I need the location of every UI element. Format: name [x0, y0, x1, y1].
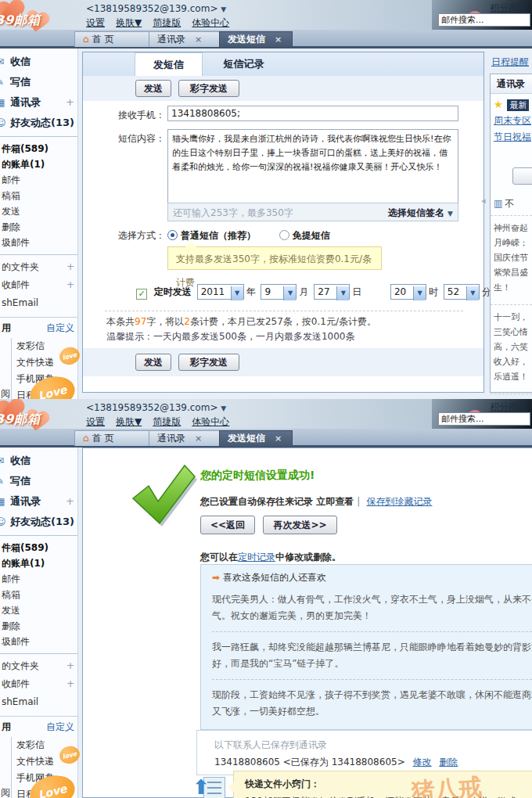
sidebar-nav-item[interactable]: ✎写信: [0, 72, 77, 92]
sidebar-folder-item[interactable]: 邮件: [2, 172, 77, 188]
sidebar-folder-item[interactable]: 件箱(589): [2, 540, 77, 555]
collapse-panel-arrow[interactable]: ◂: [481, 196, 486, 206]
sidebar-extra-item[interactable]: 的文件夹+: [2, 258, 77, 276]
modify-link[interactable]: 修改: [413, 757, 432, 767]
radio-normal-sms[interactable]: 普通短信（推荐）: [167, 230, 256, 241]
sidebar-folder-item[interactable]: 稿箱: [2, 587, 77, 602]
sidebar-nav-item[interactable]: ☺好友动态(13): [0, 113, 77, 133]
sidebar-item-icon: ▦: [0, 491, 7, 512]
header-nav-link[interactable]: 体验中心: [192, 17, 229, 28]
schedule-checkbox[interactable]: ✓: [136, 289, 147, 300]
sidebar-nav-item[interactable]: ▦通讯录+: [0, 92, 77, 113]
sidebar-folder-item[interactable]: 圾邮件: [2, 235, 77, 250]
sidebar-folder-item[interactable]: 删除: [2, 219, 77, 235]
signature-select-link[interactable]: 选择短信签名 ▼: [388, 203, 453, 223]
header-nav-link[interactable]: 换肤▼: [116, 416, 142, 427]
tab-contacts[interactable]: 通讯录×: [149, 430, 222, 446]
phone-input[interactable]: [167, 106, 458, 121]
send-button-bottom[interactable]: 发送: [135, 354, 171, 371]
saved-contact-box: 以下联系人已保存到通讯录 13418808605 <已保存为 134188086…: [196, 730, 532, 775]
header-nav-link[interactable]: 设置: [86, 17, 105, 28]
color-send-button[interactable]: 彩字发送: [178, 80, 239, 97]
mail-search-input[interactable]: [438, 13, 530, 27]
save-to-favorites-link[interactable]: 保存到珍藏记录: [366, 496, 432, 507]
subtab-send-sms[interactable]: 发短信: [135, 52, 203, 76]
sms-content-textarea[interactable]: 猫头鹰你好，我是来自浙江杭州的诗诗，我代表你啊珠祝您生日快乐!在你的生日这个特别…: [167, 129, 458, 203]
tab-contacts[interactable]: 通讯录×: [149, 31, 222, 47]
header-nav-link[interactable]: 设置: [86, 416, 105, 427]
send-button[interactable]: 发送: [135, 80, 171, 97]
plus-icon[interactable]: +: [66, 675, 74, 693]
close-icon[interactable]: ×: [275, 433, 282, 444]
header-nav-link[interactable]: 体验中心: [192, 416, 229, 427]
sidebar-extra-label: shEmail: [2, 696, 38, 707]
sidebar-nav-item[interactable]: ✉收信: [0, 451, 77, 471]
month-select[interactable]: 9▼: [261, 284, 297, 300]
header-nav-link[interactable]: 简捷版: [153, 17, 181, 28]
sidebar-extra-item[interactable]: 收邮件+: [2, 675, 77, 693]
filter-toggle[interactable]: ▥不: [494, 197, 532, 210]
sidebar-item-label: 写信: [10, 76, 31, 88]
sidebar-extra-item[interactable]: shEmail: [2, 294, 77, 312]
resend-button[interactable]: 再次发送>>: [263, 516, 337, 534]
back-button[interactable]: <<返回: [200, 516, 255, 534]
account-dropdown[interactable]: <13819589352@139.com> ▼: [86, 3, 226, 14]
view-now-link[interactable]: 立即查看: [316, 496, 354, 507]
sidebar-nav-item[interactable]: ✎写信: [0, 471, 77, 491]
plus-icon[interactable]: +: [66, 491, 74, 512]
sidebar-folder-item[interactable]: 件箱(589): [2, 141, 77, 156]
day-select[interactable]: 27▼: [314, 284, 350, 300]
greeting-panel: 日程提醒 通讯录 ★ 最新 周末专区 节日祝福 ▥不 神州奋起 月峥嵘； 国庆佳…: [487, 55, 532, 395]
minute-select[interactable]: 52▼: [444, 284, 480, 300]
divider: [105, 311, 463, 311]
sidebar-folder-item[interactable]: 邮件: [2, 571, 77, 587]
close-icon[interactable]: ×: [275, 34, 282, 45]
plus-icon[interactable]: +: [66, 657, 74, 675]
sidebar-folder-item[interactable]: 圾邮件: [2, 634, 77, 649]
sidebar-folder-item[interactable]: 的账单(1): [2, 156, 77, 172]
close-icon[interactable]: ×: [195, 433, 202, 444]
sidebar-extra: 的文件夹+收邮件+shEmail: [0, 654, 77, 713]
sidebar-extra-item[interactable]: 收邮件+: [2, 276, 77, 294]
sidebar-folder-item[interactable]: 发送: [2, 203, 77, 219]
tab-home[interactable]: ⌂首 页: [74, 31, 153, 47]
tab-send-sms[interactable]: 发送短信×: [219, 430, 293, 446]
chevron-down-icon: ▼: [413, 286, 426, 300]
sidebar-folder-item[interactable]: 的账单(1): [2, 555, 77, 571]
year-select[interactable]: 2011▼: [197, 284, 244, 300]
customize-link[interactable]: 自定义: [46, 322, 74, 335]
hour-select[interactable]: 20▼: [390, 284, 426, 300]
customize-link[interactable]: 自定义: [46, 721, 74, 734]
tab-send-sms[interactable]: 发送短信×: [219, 31, 293, 47]
delete-link[interactable]: 删除: [439, 757, 458, 767]
schedule-reminder-link[interactable]: 日程提醒: [491, 56, 529, 69]
sidebar-nav-item[interactable]: ☺好友动态(13): [0, 512, 77, 532]
plus-icon[interactable]: +: [66, 258, 74, 276]
sidebar-nav-item[interactable]: ✉收信: [0, 52, 77, 72]
window-tab-bar: ⌂首 页 通讯录× 发送短信×: [0, 429, 532, 448]
weekend-zone-link[interactable]: 周末专区: [494, 114, 532, 128]
sidebar-folder-item[interactable]: 发送: [2, 602, 77, 618]
festival-greeting-link[interactable]: 节日祝福: [494, 131, 532, 144]
mail-search-input[interactable]: [438, 412, 530, 426]
139-mail-logo[interactable]: 39邮箱: [0, 0, 72, 45]
sidebar-nav-item[interactable]: ▦通讯录+: [0, 491, 77, 512]
plus-icon[interactable]: +: [66, 92, 74, 113]
subtab-sms-history[interactable]: 短信记录: [207, 52, 281, 75]
sidebar-folder-item[interactable]: 删除: [2, 618, 77, 634]
color-send-button-bottom[interactable]: 彩字发送: [178, 354, 239, 371]
radio-handsfree-sms[interactable]: 免提短信: [279, 230, 330, 241]
close-icon[interactable]: ×: [195, 34, 202, 45]
plus-icon[interactable]: +: [66, 276, 74, 294]
sidebar-folder-item[interactable]: 稿箱: [2, 188, 77, 203]
scheduled-records-link[interactable]: 定时记录: [238, 552, 275, 563]
header-nav-link[interactable]: 简捷版: [153, 416, 181, 427]
sidebar-extra-item[interactable]: shEmail: [2, 693, 77, 711]
greeting-panel-button[interactable]: [512, 167, 532, 185]
tip-title: 快递文件小窍门：: [245, 778, 532, 791]
header-nav-link[interactable]: 换肤▼: [116, 17, 142, 28]
account-dropdown[interactable]: <13819589352@139.com> ▼: [86, 402, 226, 413]
sidebar-extra-item[interactable]: 的文件夹+: [2, 657, 77, 675]
139-mail-logo[interactable]: 39邮箱: [0, 399, 72, 444]
tab-home[interactable]: ⌂首 页: [74, 430, 153, 446]
